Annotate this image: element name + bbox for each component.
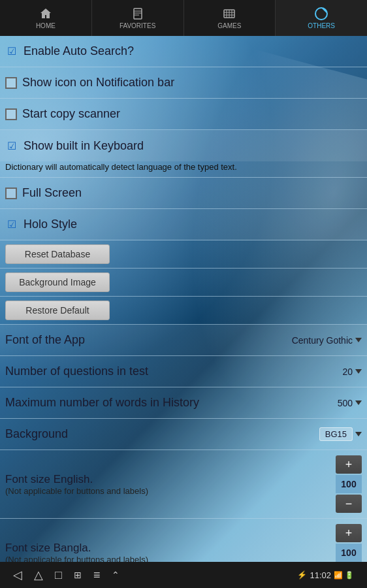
bottom-nav-left: ◁ △ □ ⊞ ≡ ⌃: [13, 568, 120, 582]
background-row: Background BG15: [0, 419, 367, 450]
max-words-dropdown-arrow: [355, 400, 362, 405]
background-value-container[interactable]: BG15: [314, 427, 362, 441]
others-icon: [314, 7, 328, 21]
nav-others[interactable]: OTHERS: [276, 0, 367, 36]
font-size-bangla-label: Font size Bangla.: [5, 542, 336, 555]
show-icon-notification-label: Show icon on Notification bar: [22, 76, 362, 90]
background-image-button[interactable]: Background Image: [5, 272, 110, 292]
svg-rect-0: [134, 8, 142, 19]
font-size-english-label-container: Font size English. (Not applicable for b…: [5, 473, 336, 496]
recent-apps-button[interactable]: □: [55, 568, 62, 582]
battery-icon: 🔋: [345, 571, 354, 580]
font-of-app-value: Century Gothic: [292, 335, 353, 346]
full-screen-label: Full Screen: [22, 186, 362, 200]
enable-auto-search-label: Enable Auto Search?: [24, 44, 362, 58]
favorites-icon: [131, 7, 145, 21]
signal-icon: 📶: [334, 571, 343, 580]
num-questions-value: 20: [342, 367, 353, 377]
show-keyboard-row: ☑ Show built in Keyboard: [0, 130, 367, 161]
enable-auto-search-row: ☑ Enable Auto Search?: [0, 36, 367, 67]
nav-favorites[interactable]: FAVORITES: [92, 0, 184, 36]
nav-games-label: GAMES: [217, 22, 241, 29]
qr-button[interactable]: ⊞: [74, 570, 82, 580]
font-size-english-decrease[interactable]: −: [336, 495, 362, 513]
enable-auto-search-checkbox[interactable]: ☑: [5, 45, 18, 58]
max-words-label: Maximum number of words in History: [5, 396, 338, 410]
home-button[interactable]: △: [34, 568, 43, 582]
restore-default-row: Restore Default: [0, 297, 367, 325]
show-icon-notification-row: Show icon on Notification bar: [0, 67, 367, 99]
top-navigation: HOME FAVORITES GAMES: [0, 0, 367, 36]
games-icon: [222, 7, 236, 21]
font-size-english-increase[interactable]: +: [336, 455, 362, 474]
num-questions-row: Number of questions in test 20: [0, 356, 367, 387]
back-button[interactable]: ◁: [13, 568, 22, 582]
holo-style-row: ☑ Holo Style: [0, 209, 367, 240]
nav-games[interactable]: GAMES: [184, 0, 276, 36]
background-value: BG15: [319, 427, 353, 441]
settings-content: ☑ Enable Auto Search? Show icon on Notif…: [0, 36, 367, 562]
show-keyboard-label: Show built in Keyboard: [24, 139, 362, 153]
menu-button[interactable]: ≡: [93, 568, 101, 582]
background-label: Background: [5, 427, 314, 441]
clock-time: 11:02: [310, 570, 331, 580]
signal-icons: 📶 🔋: [334, 571, 354, 580]
num-questions-value-container[interactable]: 20: [342, 367, 362, 377]
up-button[interactable]: ⌃: [112, 570, 120, 580]
nav-others-label: OTHERS: [308, 22, 335, 29]
font-of-app-value-container[interactable]: Century Gothic: [292, 335, 362, 346]
font-size-english-label: Font size English.: [5, 473, 336, 486]
font-size-english-controls: + 100 −: [336, 455, 362, 513]
restore-default-button[interactable]: Restore Default: [5, 301, 110, 320]
font-size-bangla-controls: + 100 −: [336, 524, 362, 562]
font-size-bangla-label-container: Font size Bangla. (Not applicable for bu…: [5, 542, 336, 562]
num-questions-dropdown-arrow: [355, 369, 362, 374]
font-size-bangla-value: 100: [336, 544, 362, 562]
background-image-row: Background Image: [0, 269, 367, 297]
nav-favorites-label: FAVORITES: [120, 22, 155, 29]
reset-database-row: Reset Database: [0, 240, 367, 269]
start-copy-scanner-label: Start copy scanner: [22, 107, 362, 121]
nav-home-label: HOME: [36, 22, 56, 29]
show-icon-notification-checkbox[interactable]: [5, 77, 17, 89]
font-of-app-row: Font of the App Century Gothic: [0, 325, 367, 356]
holo-style-checkbox[interactable]: ☑: [5, 218, 18, 231]
start-copy-scanner-checkbox[interactable]: [5, 108, 17, 120]
home-icon: [39, 7, 53, 21]
show-keyboard-section: ☑ Show built in Keyboard Dictionary will…: [0, 130, 367, 178]
font-of-app-dropdown-arrow: [355, 338, 362, 342]
font-size-bangla-sub: (Not applicable for buttons and labels): [5, 555, 336, 562]
start-copy-scanner-row: Start copy scanner: [0, 99, 367, 130]
font-size-english-value: 100: [336, 475, 362, 493]
max-words-value-container[interactable]: 500: [338, 398, 362, 408]
max-words-value: 500: [338, 398, 353, 408]
show-keyboard-checkbox[interactable]: ☑: [5, 139, 18, 152]
reset-database-button[interactable]: Reset Database: [5, 244, 110, 264]
font-size-bangla-row: Font size Bangla. (Not applicable for bu…: [0, 519, 367, 562]
max-words-row: Maximum number of words in History 500: [0, 387, 367, 419]
bluetooth-icon: ⚡: [297, 570, 307, 580]
font-of-app-label: Font of the App: [5, 333, 292, 347]
font-size-english-sub: (Not applicable for buttons and labels): [5, 486, 336, 496]
full-screen-checkbox[interactable]: [5, 188, 17, 199]
num-questions-label: Number of questions in test: [5, 365, 342, 378]
background-dropdown-arrow: [355, 432, 362, 436]
keyboard-description: Dictionary will automatically detect lan…: [0, 161, 367, 177]
nav-home[interactable]: HOME: [0, 0, 92, 36]
holo-style-label: Holo Style: [24, 218, 362, 231]
status-bar: ⚡ 11:02 📶 🔋: [297, 570, 354, 580]
bottom-navigation: ◁ △ □ ⊞ ≡ ⌃ ⚡ 11:02 📶 🔋: [0, 562, 367, 588]
font-size-bangla-increase[interactable]: +: [336, 524, 362, 542]
full-screen-row: Full Screen: [0, 178, 367, 209]
font-size-english-row: Font size English. (Not applicable for b…: [0, 450, 367, 519]
